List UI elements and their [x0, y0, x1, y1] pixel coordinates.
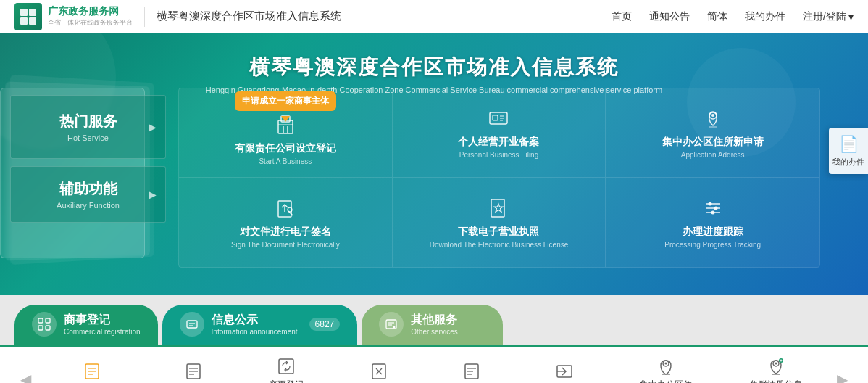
service-name-cn-5: 办理进度跟踪	[683, 226, 743, 239]
svg-rect-2	[20, 17, 28, 25]
service-name-en-5: Processing Progress Tracking	[664, 241, 761, 249]
floating-mywork-button[interactable]: 📄 我的办件	[829, 128, 868, 174]
service-grid: 申请成立一家商事主体 有限责任公司设立登记 Start A Business 个…	[178, 88, 820, 268]
nav-lang[interactable]: 简体	[707, 10, 727, 23]
site-title: 横琴粤澳深度合作区市场准入信息系统	[157, 9, 341, 23]
bottom-service-7[interactable]: 集群注册信息报备	[743, 357, 809, 383]
bottom-service-0[interactable]: 名称自主申报	[59, 362, 125, 383]
tab-cn-2: 其他服务	[411, 313, 457, 328]
logo-icon	[14, 3, 42, 30]
tab-icon-2	[379, 312, 404, 337]
tab-cn-0: 商事登记	[64, 313, 141, 328]
tab-en-0: Commercial registration	[64, 328, 141, 336]
tab-commercial-reg[interactable]: 商事登记 Commercial registration	[14, 305, 158, 345]
tab-icon-0	[32, 312, 57, 337]
tab-cn-1: 信息公示	[212, 313, 298, 328]
service-name-en-3: Sign The Document Electronically	[231, 241, 340, 249]
svg-marker-21	[494, 204, 503, 212]
grid-icon	[38, 318, 51, 331]
tab-label-2: 其他服务 Other services	[411, 313, 457, 336]
bottom-service-label-2: 变更登记(备案)	[269, 379, 304, 383]
nav-home[interactable]: 首页	[612, 10, 632, 23]
bottom-service-6[interactable]: 集中办公区住所申请	[633, 357, 699, 383]
svg-rect-30	[38, 326, 43, 330]
tab-en-1: Information announcement	[212, 328, 298, 336]
service-name-cn-1: 个人经营开业备案	[458, 136, 539, 149]
tab-icon-1	[180, 312, 204, 337]
star-doc-icon	[487, 197, 510, 220]
svg-point-58	[665, 363, 667, 365]
tabs-section: 商事登记 Commercial registration 信息公示 Inform…	[0, 295, 868, 345]
logo: 广东政务服务网 全省一体化在线政务服务平台	[14, 3, 133, 30]
nav-mywork[interactable]: 我的办件	[745, 10, 785, 23]
signature-icon	[274, 197, 297, 220]
tab-other-services[interactable]: 其他服务 Other services	[362, 305, 503, 345]
nav-notice[interactable]: 通知公告	[649, 10, 690, 23]
service-name-en-2: Application Address	[681, 151, 745, 159]
svg-rect-31	[46, 326, 50, 330]
bottom-service-label-7: 集群注册信息报备	[750, 379, 802, 383]
service-item-4[interactable]: 下载电子营业执照 Download The Electronic Busines…	[393, 178, 606, 267]
logo-sub-text: 全省一体化在线政务服务平台	[48, 18, 133, 28]
service-name-en-0: Start A Business	[259, 157, 312, 165]
suspend-filing-icon	[462, 362, 481, 381]
office-address-icon	[656, 357, 675, 376]
other-icon	[385, 318, 398, 331]
service-item-1[interactable]: 个人经营开业备案 Personal Business Filing	[393, 88, 606, 178]
bottom-service-1[interactable]: 设立登记	[169, 362, 218, 383]
bottom-service-3[interactable]: 注销登记	[354, 362, 404, 383]
logo-text-block: 广东政务服务网 全省一体化在线政务服务平台	[48, 5, 133, 28]
aux-service-en: Auxiliary Function	[57, 201, 120, 210]
name-report-icon	[83, 362, 101, 381]
bottom-service-2[interactable]: 变更登记(备案)	[262, 357, 311, 383]
announce-icon	[185, 318, 199, 331]
company-move-icon	[555, 362, 574, 381]
service-item-2[interactable]: 集中办公区住所新申请 Application Address	[606, 88, 819, 178]
svg-point-15	[711, 114, 714, 117]
scroll-left-arrow[interactable]: ◀	[14, 371, 37, 383]
service-name-en-1: Personal Business Filing	[459, 151, 539, 159]
nav-login[interactable]: 注册/登陆 ▾	[803, 10, 854, 23]
hot-service-box[interactable]: 热门服务 Hot Service ▶	[10, 95, 166, 159]
bottom-service-5[interactable]: 企业迁移	[540, 362, 589, 383]
header-divider	[144, 7, 145, 27]
scroll-right-arrow[interactable]: ▶	[831, 371, 854, 383]
chevron-down-icon: ▾	[848, 11, 854, 22]
tooltip-bubble: 申请成立一家商事主体	[235, 91, 336, 111]
service-name-cn-4: 下载电子营业执照	[458, 226, 539, 239]
progress-track-icon	[701, 197, 725, 220]
svg-point-26	[714, 206, 717, 210]
tab-info-announcement[interactable]: 信息公示 Information announcement 6827	[162, 305, 358, 345]
svg-rect-32	[187, 321, 197, 328]
hot-service-arrow-icon: ▶	[149, 121, 157, 133]
svg-rect-3	[29, 17, 36, 25]
location-pin-icon	[701, 107, 725, 130]
aux-function-box[interactable]: 辅助功能 Auxiliary Function ▶	[10, 166, 166, 223]
tab-count-badge: 6827	[309, 318, 341, 331]
tab-label-1: 信息公示 Information announcement	[212, 313, 298, 336]
bottom-service-4[interactable]: 歇业备案	[447, 362, 496, 383]
logo-main-text: 广东政务服务网	[48, 5, 133, 18]
svg-point-27	[711, 210, 714, 214]
svg-point-25	[708, 202, 711, 205]
svg-rect-1	[29, 9, 36, 16]
establish-reg-icon	[184, 362, 203, 381]
tooltip-arrow-down-icon	[281, 116, 290, 122]
cancel-reg-icon	[370, 362, 388, 381]
id-card-icon	[487, 107, 510, 130]
tab-label-0: 商事登记 Commercial registration	[64, 313, 141, 336]
aux-arrow-icon: ▶	[149, 189, 157, 200]
service-item-0[interactable]: 申请成立一家商事主体 有限责任公司设立登记 Start A Business	[179, 88, 393, 178]
hot-service-en: Hot Service	[67, 133, 109, 142]
svg-rect-0	[20, 9, 28, 16]
hero-banner: 📄 我的办件 横琴粤澳深度合作区市场准入信息系统 Hengqin Guangdo…	[0, 33, 868, 295]
service-name-en-4: Download The Electronic Business License	[430, 241, 569, 249]
svg-point-38	[393, 326, 396, 329]
bottom-services-list: 名称自主申报 设立登记 变更登记(备案)	[37, 357, 831, 383]
svg-point-61	[775, 363, 777, 365]
service-item-5[interactable]: 办理进度跟踪 Processing Progress Tracking	[606, 178, 819, 267]
header: 广东政务服务网 全省一体化在线政务服务平台 横琴粤澳深度合作区市场准入信息系统 …	[0, 0, 868, 33]
service-item-3[interactable]: 对文件进行电子签名 Sign The Document Electronical…	[179, 178, 393, 267]
cluster-reg-icon	[767, 357, 785, 376]
svg-rect-10	[493, 115, 498, 120]
